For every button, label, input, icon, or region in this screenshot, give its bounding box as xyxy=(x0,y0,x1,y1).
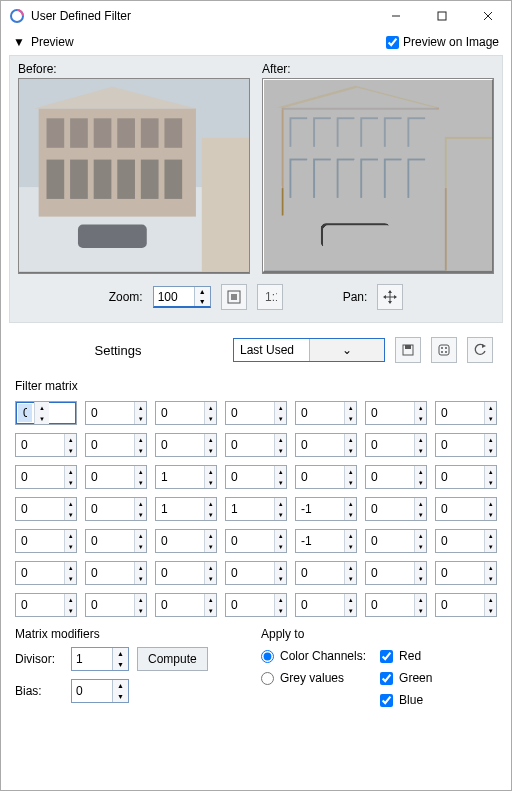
matrix-input-4-0[interactable] xyxy=(16,530,64,552)
matrix-cell-2-6[interactable]: ▲▼ xyxy=(435,465,497,489)
preview-on-image-input[interactable] xyxy=(386,36,399,49)
cell-down[interactable]: ▼ xyxy=(135,509,146,520)
matrix-input-6-5[interactable] xyxy=(366,594,414,616)
divisor-up[interactable]: ▲ xyxy=(113,648,128,659)
matrix-input-2-1[interactable] xyxy=(86,466,134,488)
cell-down[interactable]: ▼ xyxy=(275,541,286,552)
matrix-input-6-2[interactable] xyxy=(156,594,204,616)
cell-up[interactable]: ▲ xyxy=(275,562,286,573)
matrix-cell-5-4[interactable]: ▲▼ xyxy=(295,561,357,585)
matrix-input-2-2[interactable] xyxy=(156,466,204,488)
matrix-cell-1-3[interactable]: ▲▼ xyxy=(225,433,287,457)
cell-down[interactable]: ▼ xyxy=(205,413,216,424)
matrix-input-0-5[interactable] xyxy=(366,402,414,424)
bias-spinner[interactable]: ▲▼ xyxy=(71,679,129,703)
cell-down[interactable]: ▼ xyxy=(275,445,286,456)
matrix-input-1-3[interactable] xyxy=(226,434,274,456)
cell-down[interactable]: ▼ xyxy=(205,573,216,584)
matrix-cell-0-4[interactable]: ▲▼ xyxy=(295,401,357,425)
matrix-input-5-1[interactable] xyxy=(86,562,134,584)
matrix-input-5-4[interactable] xyxy=(296,562,344,584)
cell-up[interactable]: ▲ xyxy=(485,402,496,413)
chevron-down-icon[interactable]: ⌄ xyxy=(309,339,385,361)
cell-down[interactable]: ▼ xyxy=(205,445,216,456)
cell-up[interactable]: ▲ xyxy=(135,530,146,541)
fit-window-button[interactable] xyxy=(221,284,247,310)
cell-down[interactable]: ▼ xyxy=(345,573,356,584)
matrix-input-1-2[interactable] xyxy=(156,434,204,456)
cell-up[interactable]: ▲ xyxy=(485,466,496,477)
matrix-input-4-2[interactable] xyxy=(156,530,204,552)
cell-down[interactable]: ▼ xyxy=(205,605,216,616)
matrix-cell-0-1[interactable]: ▲▼ xyxy=(85,401,147,425)
cell-up[interactable]: ▲ xyxy=(205,562,216,573)
matrix-input-0-0[interactable] xyxy=(18,404,32,422)
matrix-cell-6-5[interactable]: ▲▼ xyxy=(365,593,427,617)
cell-down[interactable]: ▼ xyxy=(485,477,496,488)
cell-down[interactable]: ▼ xyxy=(205,477,216,488)
cell-down[interactable]: ▼ xyxy=(65,605,76,616)
matrix-cell-1-0[interactable]: ▲▼ xyxy=(15,433,77,457)
matrix-cell-4-1[interactable]: ▲▼ xyxy=(85,529,147,553)
close-button[interactable] xyxy=(465,1,511,31)
cell-up[interactable]: ▲ xyxy=(135,402,146,413)
matrix-input-0-2[interactable] xyxy=(156,402,204,424)
matrix-input-2-4[interactable] xyxy=(296,466,344,488)
matrix-cell-0-6[interactable]: ▲▼ xyxy=(435,401,497,425)
grey-values-radio[interactable]: Grey values xyxy=(261,671,366,685)
matrix-input-1-1[interactable] xyxy=(86,434,134,456)
cell-up[interactable]: ▲ xyxy=(415,530,426,541)
cell-down[interactable]: ▼ xyxy=(415,605,426,616)
cell-down[interactable]: ▼ xyxy=(135,605,146,616)
blue-input[interactable] xyxy=(380,694,393,707)
cell-up[interactable]: ▲ xyxy=(485,562,496,573)
matrix-cell-3-2[interactable]: ▲▼ xyxy=(155,497,217,521)
cell-up[interactable]: ▲ xyxy=(65,434,76,445)
cell-down[interactable]: ▼ xyxy=(345,605,356,616)
zoom-down[interactable]: ▼ xyxy=(195,297,210,307)
matrix-input-3-1[interactable] xyxy=(86,498,134,520)
cell-down[interactable]: ▼ xyxy=(275,605,286,616)
cell-up[interactable]: ▲ xyxy=(65,530,76,541)
matrix-input-1-0[interactable] xyxy=(16,434,64,456)
matrix-cell-1-2[interactable]: ▲▼ xyxy=(155,433,217,457)
matrix-input-0-1[interactable] xyxy=(86,402,134,424)
cell-up[interactable]: ▲ xyxy=(485,498,496,509)
matrix-input-0-3[interactable] xyxy=(226,402,274,424)
cell-up[interactable]: ▲ xyxy=(205,466,216,477)
matrix-input-1-5[interactable] xyxy=(366,434,414,456)
matrix-cell-5-3[interactable]: ▲▼ xyxy=(225,561,287,585)
matrix-cell-4-0[interactable]: ▲▼ xyxy=(15,529,77,553)
matrix-input-1-6[interactable] xyxy=(436,434,484,456)
cell-up[interactable]: ▲ xyxy=(205,402,216,413)
bias-up[interactable]: ▲ xyxy=(113,680,128,691)
cell-down[interactable]: ▼ xyxy=(485,573,496,584)
cell-up[interactable]: ▲ xyxy=(275,530,286,541)
cell-down[interactable]: ▼ xyxy=(275,413,286,424)
cell-up[interactable]: ▲ xyxy=(135,434,146,445)
matrix-cell-4-2[interactable]: ▲▼ xyxy=(155,529,217,553)
matrix-input-5-0[interactable] xyxy=(16,562,64,584)
cell-down[interactable]: ▼ xyxy=(345,509,356,520)
bias-down[interactable]: ▼ xyxy=(113,691,128,702)
divisor-spinner[interactable]: ▲▼ xyxy=(71,647,129,671)
cell-up[interactable]: ▲ xyxy=(345,562,356,573)
cell-up[interactable]: ▲ xyxy=(345,466,356,477)
cell-up[interactable]: ▲ xyxy=(345,530,356,541)
matrix-input-4-1[interactable] xyxy=(86,530,134,552)
matrix-cell-6-6[interactable]: ▲▼ xyxy=(435,593,497,617)
matrix-input-6-1[interactable] xyxy=(86,594,134,616)
actual-size-button[interactable]: 1:1 xyxy=(257,284,283,310)
cell-down[interactable]: ▼ xyxy=(485,445,496,456)
cell-down[interactable]: ▼ xyxy=(65,509,76,520)
matrix-cell-4-4[interactable]: ▲▼ xyxy=(295,529,357,553)
compute-button[interactable]: Compute xyxy=(137,647,208,671)
cell-down[interactable]: ▼ xyxy=(275,509,286,520)
cell-down[interactable]: ▼ xyxy=(415,413,426,424)
cell-down[interactable]: ▼ xyxy=(205,541,216,552)
cell-up[interactable]: ▲ xyxy=(275,594,286,605)
cell-down[interactable]: ▼ xyxy=(345,413,356,424)
divisor-down[interactable]: ▼ xyxy=(113,659,128,670)
cell-up[interactable]: ▲ xyxy=(35,402,49,413)
cell-down[interactable]: ▼ xyxy=(415,509,426,520)
